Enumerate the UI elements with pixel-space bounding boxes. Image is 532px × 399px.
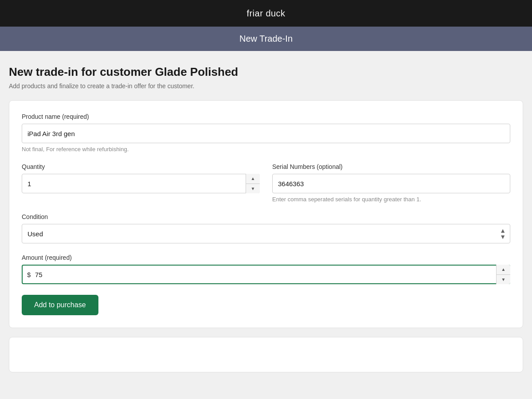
product-name-group: Product name (required) Not final, For r…	[22, 113, 510, 153]
amount-decrement-button[interactable]: ▼	[497, 275, 510, 285]
quantity-spinner-wrapper: ▲ ▼	[22, 174, 260, 193]
secondary-card	[9, 337, 523, 372]
quantity-spinner-buttons: ▲ ▼	[246, 174, 260, 193]
quantity-increment-button[interactable]: ▲	[246, 174, 260, 184]
page-subtitle: Add products and finalize to create a tr…	[9, 82, 523, 90]
condition-select-wrapper: New Like New Used Damaged ▲ ▼	[22, 224, 510, 243]
condition-label: Condition	[22, 213, 510, 220]
sub-header-title: New Trade-In	[239, 34, 293, 44]
amount-label: Amount (required)	[22, 254, 510, 261]
amount-prefix: $	[27, 271, 31, 278]
product-name-hint: Not final, For reference while refurbish…	[22, 146, 510, 153]
top-nav: friar duck	[0, 0, 532, 27]
amount-increment-button[interactable]: ▲	[497, 265, 510, 275]
amount-wrapper: $ ▲ ▼	[22, 265, 510, 284]
amount-group: Amount (required) $ ▲ ▼	[22, 254, 510, 284]
page-title: New trade-in for customer Glade Polished	[9, 65, 523, 79]
app-title: friar duck	[246, 8, 285, 19]
amount-spinner-buttons: ▲ ▼	[496, 265, 510, 284]
product-name-label: Product name (required)	[22, 113, 510, 120]
main-content: New trade-in for customer Glade Polished…	[0, 51, 532, 387]
condition-group: Condition New Like New Used Damaged ▲ ▼	[22, 213, 510, 243]
serial-label: Serial Numbers (optional)	[272, 163, 510, 170]
form-card: Product name (required) Not final, For r…	[9, 100, 523, 328]
serial-hint: Enter comma seperated serials for quanti…	[272, 196, 510, 203]
add-to-purchase-button[interactable]: Add to purchase	[22, 295, 98, 315]
quantity-group: Quantity ▲ ▼	[22, 163, 260, 203]
serial-input[interactable]	[272, 174, 510, 193]
serial-group: Serial Numbers (optional) Enter comma se…	[272, 163, 510, 203]
product-name-input[interactable]	[22, 124, 510, 143]
sub-header: New Trade-In	[0, 27, 532, 51]
quantity-label: Quantity	[22, 163, 260, 170]
condition-select[interactable]: New Like New Used Damaged	[22, 224, 510, 243]
quantity-decrement-button[interactable]: ▼	[246, 184, 260, 194]
quantity-input[interactable]	[22, 174, 260, 193]
amount-input[interactable]	[22, 265, 510, 284]
quantity-serial-row: Quantity ▲ ▼ Serial Numbers (optional) E…	[22, 163, 510, 203]
